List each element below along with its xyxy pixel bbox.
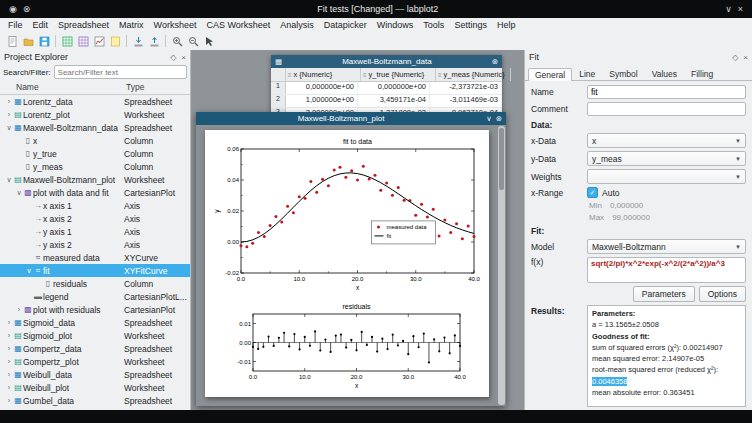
- close-dock-icon[interactable]: ×: [181, 53, 186, 62]
- column-header-name[interactable]: Name: [0, 82, 126, 92]
- xdata-combobox[interactable]: x ▼: [587, 133, 746, 148]
- tree-item-residuals[interactable]: ▯residualsColumn: [0, 277, 190, 290]
- tree-item-maxwell-boltzmann-data[interactable]: ∨▦Maxwell-Boltzmann_dataSpreadsheet: [0, 121, 190, 134]
- scrollbar-thumb[interactable]: [499, 128, 504, 190]
- spreadsheet-cell[interactable]: 3,459171e-04: [358, 95, 430, 107]
- spreadsheet-cell[interactable]: 0,000000e+00: [358, 82, 430, 94]
- fit-results-box[interactable]: Parameters: a = 13.1565±2.0508 Goodness …: [587, 305, 746, 407]
- zoom-in-button[interactable]: [169, 34, 185, 49]
- import-data-button[interactable]: [130, 34, 146, 49]
- menu-datapicker[interactable]: Datapicker: [319, 20, 372, 30]
- auto-range-checkbox[interactable]: ✓: [587, 187, 598, 198]
- worksheet-restore-icon[interactable]: ∨: [486, 114, 492, 123]
- tree-item-x[interactable]: ▯xColumn: [0, 134, 190, 147]
- parameters-button[interactable]: Parameters: [633, 286, 695, 302]
- formula-field[interactable]: sqrt(2/pi)*x^2*exp(-x^2/(2*a^2))/a^3: [587, 257, 746, 283]
- menu-tools[interactable]: Tools: [418, 20, 449, 30]
- worksheet-close-icon[interactable]: ⊗: [496, 114, 502, 123]
- tree-item-y-meas[interactable]: ▯y_measColumn: [0, 160, 190, 173]
- expand-arrow-icon[interactable]: ›: [5, 371, 13, 378]
- tree-item-gumbel-data[interactable]: ›▦Gumbel_dataSpreadsheet: [0, 394, 190, 407]
- options-button[interactable]: Options: [699, 286, 746, 302]
- close-dock-icon[interactable]: ×: [743, 53, 748, 62]
- float-dock-icon[interactable]: ◇: [170, 53, 176, 62]
- open-project-button[interactable]: [20, 34, 36, 49]
- save-project-button[interactable]: [36, 34, 52, 49]
- expand-arrow-icon[interactable]: ›: [5, 111, 13, 118]
- tab-symbol[interactable]: Symbol: [602, 67, 644, 80]
- shade-icon[interactable]: ∨: [725, 4, 732, 14]
- expand-arrow-icon[interactable]: ›: [5, 384, 13, 391]
- search-input[interactable]: [54, 65, 187, 79]
- window-titlebar[interactable]: ◉ ⊗ Fit tests [Changed] — labplot2 ∨ ×: [0, 0, 752, 18]
- spreadsheet-close-icon[interactable]: ⊗: [492, 57, 498, 66]
- tree-item-x-axis-1[interactable]: →x axis 1Axis: [0, 199, 190, 212]
- expand-arrow-icon[interactable]: ›: [5, 98, 13, 105]
- menu-cas-worksheet[interactable]: CAS Worksheet: [201, 20, 275, 30]
- spreadsheet-column-header[interactable]: ≡y_meas {Numeric}: [436, 68, 511, 81]
- tree-item-gompertz-plot[interactable]: ›▤Gompertz_plotWorksheet: [0, 355, 190, 368]
- tree-item-gompertz-data[interactable]: ›▦Gompertz_dataSpreadsheet: [0, 342, 190, 355]
- new-project-button[interactable]: [4, 34, 20, 49]
- new-worksheet-button[interactable]: [91, 34, 107, 49]
- tab-line[interactable]: Line: [572, 67, 602, 80]
- expand-arrow-icon[interactable]: ›: [5, 345, 13, 352]
- tree-item-maxwell-boltzmann-plot[interactable]: ∨▤Maxwell-Boltzmann_plotWorksheet: [0, 173, 190, 186]
- ydata-combobox[interactable]: y_meas ▼: [587, 151, 746, 166]
- tree-item-fit[interactable]: ∨≈fitXYFitCurve: [0, 264, 190, 277]
- spreadsheet-corner[interactable]: [271, 68, 286, 81]
- menu-worksheet[interactable]: Worksheet: [149, 20, 202, 30]
- fit-plot[interactable]: fit to data0.010.020.030.040.0-0.020.000…: [211, 136, 481, 296]
- tree-item-weibull-plot[interactable]: ›▤Weibull_plotWorksheet: [0, 381, 190, 394]
- spreadsheet-column-header[interactable]: ≡x {Numeric}: [286, 68, 361, 81]
- worksheet-window-titlebar[interactable]: Maxwell-Boltzmann_plot ∨ ⊗: [196, 112, 506, 125]
- expand-arrow-icon[interactable]: ›: [5, 358, 13, 365]
- menu-matrix[interactable]: Matrix: [114, 20, 149, 30]
- tree-item-lorentz-plot[interactable]: ›▤Lorentz_plotWorksheet: [0, 108, 190, 121]
- spreadsheet-window-titlebar[interactable]: ▦ Maxwell-Boltzmann_data ⊗: [271, 55, 502, 68]
- spreadsheet-cell[interactable]: -2,373721e-03: [430, 82, 502, 94]
- name-field[interactable]: [587, 85, 746, 99]
- spreadsheet-cell[interactable]: 1,000000e+00: [286, 95, 358, 107]
- tree-column-headers[interactable]: Name Type: [0, 80, 190, 95]
- worksheet-vertical-scrollbar[interactable]: [498, 126, 505, 405]
- tree-item-measured-data[interactable]: ≈measured dataXYCurve: [0, 251, 190, 264]
- new-matrix-button[interactable]: [75, 34, 91, 49]
- menu-settings[interactable]: Settings: [449, 20, 492, 30]
- tree-item-weibull-data[interactable]: ›▦Weibull_dataSpreadsheet: [0, 368, 190, 381]
- expand-arrow-icon[interactable]: ›: [5, 319, 13, 326]
- expand-arrow-icon[interactable]: ∨: [25, 267, 33, 275]
- select-mode-button[interactable]: [201, 34, 217, 49]
- tree-item-plot-with-residuals[interactable]: ›▩plot with residualsCartesianPlot: [0, 303, 190, 316]
- tree-item-legend[interactable]: ▬legendCartesianPlotL...: [0, 290, 190, 303]
- export-button[interactable]: [146, 34, 162, 49]
- expand-arrow-icon[interactable]: ›: [5, 332, 13, 339]
- tree-item-plot-with-data-and-fit[interactable]: ∨▩plot with data and fitCartesianPlot: [0, 186, 190, 199]
- spreadsheet-cell[interactable]: 0,000000e+00: [286, 82, 358, 94]
- model-combobox[interactable]: Maxwell-Boltzmann ▼: [587, 239, 746, 254]
- close-window-icon[interactable]: ×: [738, 4, 743, 14]
- expand-arrow-icon[interactable]: ∨: [5, 124, 13, 132]
- new-note-button[interactable]: [107, 34, 123, 49]
- expand-arrow-icon[interactable]: ›: [5, 397, 13, 404]
- spreadsheet-column-header[interactable]: ≡y_true {Numeric}: [361, 68, 436, 81]
- window-menu-icon[interactable]: ⊗: [23, 4, 31, 14]
- spreadsheet-cell[interactable]: -3,011469e-03: [430, 95, 502, 107]
- column-header-type[interactable]: Type: [126, 82, 190, 92]
- menu-help[interactable]: Help: [492, 20, 521, 30]
- zoom-out-button[interactable]: [185, 34, 201, 49]
- expand-arrow-icon[interactable]: ›: [15, 306, 23, 313]
- tree-item-y-axis-1[interactable]: →y axis 1Axis: [0, 225, 190, 238]
- expand-arrow-icon[interactable]: ∨: [5, 176, 13, 184]
- tree-item-y-axis-2[interactable]: →y axis 2Axis: [0, 238, 190, 251]
- tab-general[interactable]: General: [528, 68, 572, 81]
- tree-item-sigmoid-data[interactable]: ›▦Sigmoid_dataSpreadsheet: [0, 316, 190, 329]
- tree-item-sigmoid-plot[interactable]: ›▤Sigmoid_plotWorksheet: [0, 329, 190, 342]
- float-dock-icon[interactable]: ◇: [732, 53, 738, 62]
- menu-windows[interactable]: Windows: [372, 20, 419, 30]
- tree-item-y-true[interactable]: ▯y_trueColumn: [0, 147, 190, 160]
- menu-analysis[interactable]: Analysis: [275, 20, 319, 30]
- menu-edit[interactable]: Edit: [28, 20, 54, 30]
- tree-item-x-axis-2[interactable]: →x axis 2Axis: [0, 212, 190, 225]
- tab-values[interactable]: Values: [645, 67, 684, 80]
